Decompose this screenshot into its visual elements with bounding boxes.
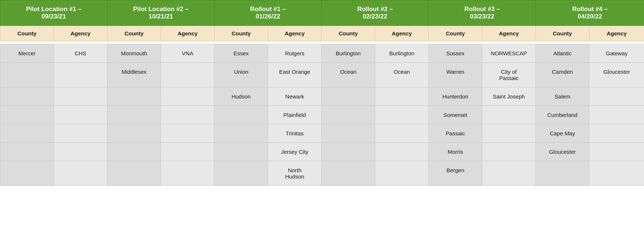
subheader-agency-2: Agency xyxy=(161,26,215,41)
subheader-agency-1: Agency xyxy=(54,26,107,41)
county-cell xyxy=(215,143,268,161)
county-cell: Cape May xyxy=(536,124,589,143)
subheader-agency-6: Agency xyxy=(589,26,644,41)
header-pilot2: Pilot Location #2 –10/21/21 xyxy=(107,0,215,26)
header-rollout2: Rollout #2 –02/23/22 xyxy=(322,0,429,26)
main-table-wrapper: Pilot Location #1 –09/23/21 Pilot Locati… xyxy=(0,0,644,186)
county-cell: Salem xyxy=(536,87,589,106)
county-cell xyxy=(0,106,54,124)
county-cell xyxy=(322,124,375,143)
agency-cell: Gloucester xyxy=(589,63,644,87)
agency-cell xyxy=(482,124,536,143)
table-row: TrinitasPassaicCape May xyxy=(0,124,644,143)
county-cell xyxy=(107,106,161,124)
agency-cell xyxy=(589,161,644,186)
agency-cell xyxy=(54,143,107,161)
table-row: MiddlesexUnionEast OrangeOceanOceanWarre… xyxy=(0,63,644,87)
agency-cell xyxy=(375,124,429,143)
agency-cell: Ocean xyxy=(375,63,429,87)
county-cell xyxy=(0,124,54,143)
county-cell: Sussex xyxy=(429,44,482,63)
agency-cell xyxy=(482,106,536,124)
agency-cell: Newark xyxy=(268,87,322,106)
county-cell: Hunterdon xyxy=(429,87,482,106)
county-cell xyxy=(215,124,268,143)
county-cell: Essex xyxy=(215,44,268,63)
agency-cell xyxy=(161,106,215,124)
county-cell xyxy=(215,161,268,186)
county-cell: Monmouth xyxy=(107,44,161,63)
subheader-county-1: County xyxy=(0,26,54,41)
agency-cell xyxy=(161,63,215,87)
county-cell: Morris xyxy=(429,143,482,161)
county-cell xyxy=(322,143,375,161)
agency-cell xyxy=(54,87,107,106)
table-row: North HudsonBergen xyxy=(0,161,644,186)
agency-cell xyxy=(589,124,644,143)
agency-cell xyxy=(54,161,107,186)
subheader-row: County Agency County Agency County Agenc… xyxy=(0,26,644,41)
county-cell: Atlantic xyxy=(536,44,589,63)
header-rollout3: Rollout #3 –03/23/22 xyxy=(429,0,536,26)
subheader-agency-5: Agency xyxy=(482,26,536,41)
header-rollout4: Rollout #4 –04/20/22 xyxy=(536,0,644,26)
subheader-county-2: County xyxy=(107,26,161,41)
county-cell: Union xyxy=(215,63,268,87)
county-cell: Ocean xyxy=(322,63,375,87)
agency-cell: Gateway xyxy=(589,44,644,63)
header-rollout1: Rollout #1 –01/26/22 xyxy=(215,0,322,26)
agency-cell: North Hudson xyxy=(268,161,322,186)
agency-cell xyxy=(482,161,536,186)
agency-cell xyxy=(482,143,536,161)
header-row: Pilot Location #1 –09/23/21 Pilot Locati… xyxy=(0,0,644,26)
county-cell: Gloucester xyxy=(536,143,589,161)
agency-cell: Trinitas xyxy=(268,124,322,143)
subheader-county-4: County xyxy=(322,26,375,41)
county-cell: Warren xyxy=(429,63,482,87)
agency-cell xyxy=(375,87,429,106)
county-cell xyxy=(322,106,375,124)
county-cell xyxy=(107,124,161,143)
agency-cell xyxy=(161,124,215,143)
county-cell xyxy=(215,106,268,124)
county-cell: Middlesex xyxy=(107,63,161,87)
agency-cell xyxy=(589,106,644,124)
agency-cell: Rutgers xyxy=(268,44,322,63)
table-row: MercerCHSMonmouthVNAEssexRutgersBurlingt… xyxy=(0,44,644,63)
county-cell xyxy=(536,161,589,186)
separator-row xyxy=(0,41,644,44)
county-cell xyxy=(107,143,161,161)
county-cell: Hudson xyxy=(215,87,268,106)
county-cell xyxy=(0,161,54,186)
county-cell: Somerset xyxy=(429,106,482,124)
county-cell: Camden xyxy=(536,63,589,87)
agency-cell xyxy=(161,143,215,161)
subheader-agency-4: Agency xyxy=(375,26,429,41)
agency-cell: Jersey City xyxy=(268,143,322,161)
table-row: PlainfieldSomersetCumberland xyxy=(0,106,644,124)
rollout-table: Pilot Location #1 –09/23/21 Pilot Locati… xyxy=(0,0,644,186)
subheader-county-5: County xyxy=(429,26,482,41)
county-cell: Cumberland xyxy=(536,106,589,124)
agency-cell: East Orange xyxy=(268,63,322,87)
county-cell xyxy=(0,63,54,87)
agency-cell xyxy=(589,143,644,161)
agency-cell: Plainfield xyxy=(268,106,322,124)
county-cell xyxy=(107,87,161,106)
agency-cell: NORWESCAP xyxy=(482,44,536,63)
subheader-county-6: County xyxy=(536,26,589,41)
county-cell xyxy=(322,161,375,186)
agency-cell xyxy=(375,143,429,161)
county-cell: Passaic xyxy=(429,124,482,143)
county-cell xyxy=(322,87,375,106)
agency-cell xyxy=(375,161,429,186)
subheader-county-3: County xyxy=(215,26,268,41)
county-cell: Mercer xyxy=(0,44,54,63)
county-cell xyxy=(107,161,161,186)
table-row: Jersey CityMorrisGloucester xyxy=(0,143,644,161)
county-cell: Burlington xyxy=(322,44,375,63)
county-cell xyxy=(0,143,54,161)
agency-cell xyxy=(161,161,215,186)
agency-cell: Saint Joseph xyxy=(482,87,536,106)
header-pilot1: Pilot Location #1 –09/23/21 xyxy=(0,0,107,26)
